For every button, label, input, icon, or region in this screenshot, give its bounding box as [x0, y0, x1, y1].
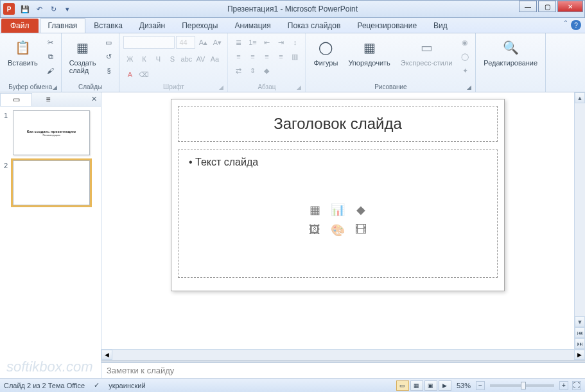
shape-effects-icon[interactable]: ✦: [458, 64, 471, 77]
tab-review[interactable]: Рецензирование: [349, 18, 425, 33]
zoom-value[interactable]: 53%: [457, 382, 471, 389]
scroll-down-icon[interactable]: ▼: [575, 316, 585, 327]
prev-slide-icon[interactable]: ⏮: [575, 327, 585, 338]
cut-icon[interactable]: ✂: [44, 36, 57, 49]
new-slide-button[interactable]: ▦ Создать слайд: [65, 36, 100, 76]
view-slideshow-icon[interactable]: ▶: [439, 380, 451, 391]
spacing-icon[interactable]: AV: [194, 53, 207, 65]
help-icon[interactable]: ?: [571, 20, 581, 30]
vertical-scrollbar[interactable]: ▲ ▼ ⏮ ⏭: [574, 92, 585, 349]
font-dialog-launcher[interactable]: ◢: [219, 84, 223, 90]
horizontal-scrollbar[interactable]: ◀ ▶: [101, 349, 585, 360]
tab-design[interactable]: Дизайн: [131, 18, 173, 33]
minimize-button[interactable]: —: [519, 1, 537, 12]
arrange-button[interactable]: ▦ Упорядочить: [344, 36, 394, 68]
redo-icon[interactable]: ↻: [48, 4, 58, 14]
tab-transitions[interactable]: Переходы: [173, 18, 226, 33]
shrink-font-icon[interactable]: A▾: [211, 36, 223, 49]
status-language[interactable]: украинский: [109, 382, 145, 389]
insert-media-icon[interactable]: 🎞: [351, 222, 371, 239]
content-placeholder[interactable]: Текст слайда ▦ 📊 ◆ 🖼 🎨 🎞: [178, 149, 498, 278]
section-icon[interactable]: §: [102, 64, 115, 77]
copy-icon[interactable]: ⧉: [44, 50, 57, 63]
indent-decrease-icon[interactable]: ⇤: [260, 36, 273, 49]
align-center-icon[interactable]: ≡: [246, 50, 259, 63]
tab-slideshow[interactable]: Показ слайдов: [279, 18, 349, 33]
insert-table-icon[interactable]: ▦: [305, 201, 324, 218]
reset-icon[interactable]: ↺: [102, 50, 115, 63]
text-direction-icon[interactable]: ⇄: [232, 64, 245, 77]
slide-canvas[interactable]: Заголовок слайда Текст слайда ▦ 📊 ◆ 🖼 🎨 …: [171, 99, 505, 291]
grow-font-icon[interactable]: A▴: [196, 36, 209, 49]
file-tab[interactable]: Файл: [1, 19, 39, 33]
quick-styles-button[interactable]: ▭ Экспресс-стили: [397, 36, 456, 68]
align-left-icon[interactable]: ≡: [232, 50, 245, 63]
insert-picture-icon[interactable]: 🖼: [305, 222, 324, 239]
scroll-up-icon[interactable]: ▲: [575, 92, 585, 103]
status-spell-icon[interactable]: ✓: [94, 381, 100, 389]
underline-icon[interactable]: Ч: [152, 53, 164, 65]
case-icon[interactable]: Aa: [208, 53, 221, 65]
shapes-icon: ◯: [315, 37, 336, 58]
thumbnail-item[interactable]: 2: [4, 160, 97, 205]
paragraph-dialog-launcher[interactable]: ◢: [297, 84, 301, 90]
scroll-left-icon[interactable]: ◀: [101, 350, 112, 360]
save-icon[interactable]: 💾: [20, 4, 30, 14]
zoom-in-button[interactable]: +: [559, 381, 568, 390]
slides-panel-tab[interactable]: ▭: [0, 93, 32, 106]
numbering-icon[interactable]: 1≡: [246, 36, 259, 49]
thumbnail-item[interactable]: 1 Как создать презентацию Рекомендации: [4, 110, 97, 155]
align-right-icon[interactable]: ≡: [260, 50, 273, 63]
shadow-icon[interactable]: S: [166, 53, 179, 65]
zoom-thumb[interactable]: [521, 382, 526, 389]
view-normal-icon[interactable]: ▭: [396, 380, 409, 391]
bold-icon[interactable]: Ж: [123, 53, 136, 65]
bullets-icon[interactable]: ≣: [232, 36, 245, 49]
insert-chart-icon[interactable]: 📊: [328, 201, 347, 218]
shape-outline-icon[interactable]: ◯: [458, 50, 471, 63]
zoom-slider[interactable]: [490, 384, 554, 387]
fit-to-window-button[interactable]: ⛶: [572, 381, 581, 390]
outline-panel-tab[interactable]: ≡: [32, 93, 64, 106]
smartart-convert-icon[interactable]: ◆: [260, 64, 273, 77]
insert-smartart-icon[interactable]: ◆: [351, 201, 371, 218]
qat-more-icon[interactable]: ▾: [62, 4, 73, 14]
title-placeholder[interactable]: Заголовок слайда: [178, 106, 498, 142]
align-vertical-icon[interactable]: ⇕: [246, 64, 259, 77]
minimize-ribbon-icon[interactable]: ˆ: [564, 20, 567, 30]
shapes-button[interactable]: ◯ Фигуры: [310, 36, 342, 68]
layout-icon[interactable]: ▭: [102, 36, 115, 49]
close-button[interactable]: ✕: [557, 1, 583, 12]
line-spacing-icon[interactable]: ↕: [288, 36, 301, 49]
undo-icon[interactable]: ↶: [34, 4, 44, 14]
insert-clipart-icon[interactable]: 🎨: [328, 222, 347, 239]
strike-icon[interactable]: abc: [180, 53, 193, 65]
clipboard-dialog-launcher[interactable]: ◢: [53, 84, 57, 90]
tab-home[interactable]: Главная: [40, 18, 86, 33]
tab-animation[interactable]: Анимация: [226, 18, 279, 33]
shape-fill-icon[interactable]: ◉: [458, 36, 471, 49]
notes-pane[interactable]: Заметки к слайду: [101, 362, 585, 378]
format-painter-icon[interactable]: 🖌: [44, 64, 57, 77]
italic-icon[interactable]: К: [137, 53, 150, 65]
group-clipboard: 📋 Вставить ✂ ⧉ 🖌 Буфер обмена◢: [0, 33, 62, 92]
justify-icon[interactable]: ≡: [274, 50, 287, 63]
indent-increase-icon[interactable]: ⇥: [274, 36, 287, 49]
panel-close-icon[interactable]: ✕: [91, 95, 97, 103]
font-color-icon[interactable]: A: [123, 68, 136, 81]
view-sorter-icon[interactable]: ▦: [410, 380, 423, 391]
scroll-right-icon[interactable]: ▶: [574, 350, 585, 360]
zoom-out-button[interactable]: −: [476, 381, 485, 390]
columns-icon[interactable]: ▥: [288, 50, 301, 63]
view-reading-icon[interactable]: ▣: [424, 380, 437, 391]
clear-format-icon[interactable]: ⌫: [137, 68, 150, 81]
drawing-dialog-launcher[interactable]: ◢: [467, 84, 471, 90]
tab-insert[interactable]: Вставка: [85, 18, 131, 33]
editing-button[interactable]: 🔍 Редактирование: [480, 36, 541, 68]
maximize-button[interactable]: ▢: [538, 1, 556, 12]
paste-button[interactable]: 📋 Вставить: [4, 36, 42, 68]
tab-view[interactable]: Вид: [425, 18, 456, 33]
font-name-combo[interactable]: [123, 36, 175, 49]
font-size-combo[interactable]: 44: [176, 36, 195, 49]
next-slide-icon[interactable]: ⏭: [575, 338, 585, 349]
